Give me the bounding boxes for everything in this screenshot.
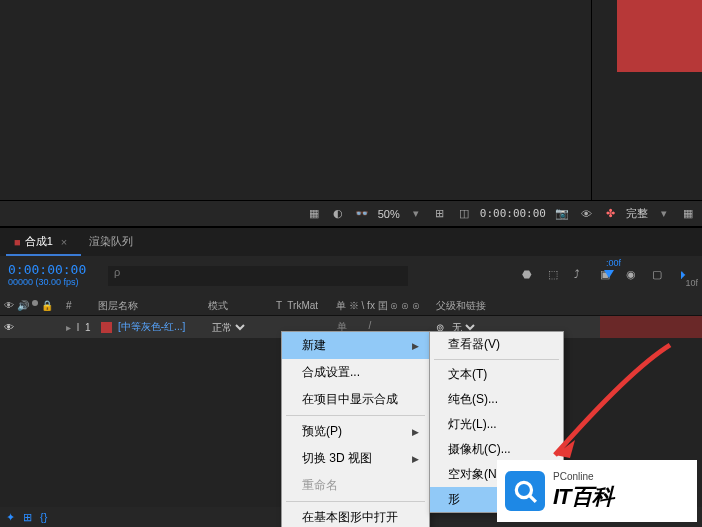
- color-management-icon[interactable]: ✤: [602, 206, 618, 222]
- svg-point-1: [516, 482, 531, 497]
- switches-header[interactable]: 单 ※ \ fx 囯 ⊙ ⊙ ⊙: [332, 299, 432, 313]
- layer-search[interactable]: ρ: [108, 266, 408, 286]
- submenu-light[interactable]: 灯光(L)...: [430, 412, 563, 437]
- viewer-left-pane[interactable]: [0, 0, 592, 200]
- menu-comp-settings[interactable]: 合成设置...: [282, 359, 429, 386]
- playhead-indicator[interactable]: [604, 270, 614, 278]
- parent-header[interactable]: 父级和链接: [432, 299, 522, 313]
- comp-marker-icon[interactable]: ⬣: [522, 268, 538, 284]
- footer-switches-icon[interactable]: ⊞: [23, 511, 32, 524]
- solo-header-icon: [32, 300, 38, 306]
- viewer-timecode[interactable]: 0:00:00:00: [480, 207, 546, 220]
- speaker-header-icon: 🔊: [17, 300, 29, 311]
- snapshot-icon[interactable]: 📷: [554, 206, 570, 222]
- timeline-tabs: ■ 合成1 × 渲染队列: [0, 230, 702, 256]
- menu-switch-3d[interactable]: 切换 3D 视图 ▶: [282, 445, 429, 472]
- footer-brace-icon[interactable]: {}: [40, 511, 47, 523]
- layer-name-header[interactable]: 图层名称: [94, 299, 204, 313]
- submenu-solid[interactable]: 纯色(S)...: [430, 387, 563, 412]
- eye-header-icon: 👁: [4, 300, 14, 311]
- watermark-subtitle: PConline: [553, 471, 613, 482]
- show-snapshot-icon[interactable]: 👁: [578, 206, 594, 222]
- menu-new-label: 新建: [302, 337, 326, 354]
- layer-index: 1: [85, 322, 91, 333]
- timeline-header: 0:00:00:00 00000 (30.00 fps) ρ ⬣ ⬚ ⤴ ▣ ◉…: [0, 256, 702, 296]
- channel-icon[interactable]: ◫: [456, 206, 472, 222]
- viewer-toolbar: ▦ ◐ 👓 50% ▾ ⊞ ◫ 0:00:00:00 📷 👁 ✤ 完整 ▾ ▦: [0, 200, 702, 228]
- tab-label: 合成1: [25, 234, 53, 249]
- lock-header-icon: 🔒: [41, 300, 53, 311]
- viewer-overflow-icon[interactable]: ▦: [680, 206, 696, 222]
- zoom-level[interactable]: 50%: [378, 208, 400, 220]
- dropdown-icon[interactable]: ▾: [408, 206, 424, 222]
- watermark-badge: PConline IT百科: [497, 460, 697, 522]
- timecode-block[interactable]: 0:00:00:00 00000 (30.00 fps): [8, 263, 98, 289]
- submenu-camera[interactable]: 摄像机(C)...: [430, 437, 563, 462]
- menu-separator: [286, 501, 425, 502]
- resolution-dropdown-icon[interactable]: ▾: [656, 206, 672, 222]
- viewer-right-pane[interactable]: [592, 0, 702, 200]
- close-tab-icon[interactable]: ×: [61, 236, 67, 248]
- draft-3d-icon[interactable]: ⬚: [548, 268, 564, 284]
- watermark-title: IT百科: [553, 482, 613, 512]
- layer-label-color[interactable]: [77, 323, 79, 331]
- layer-duration-bar[interactable]: [600, 316, 702, 338]
- submenu-text[interactable]: 文本(T): [430, 362, 563, 387]
- footer-toggle-icon[interactable]: ✦: [6, 511, 15, 524]
- submenu-arrow-icon: ▶: [412, 454, 419, 464]
- blend-mode-select[interactable]: 正常: [208, 318, 248, 336]
- shy-icon[interactable]: ⤴: [574, 268, 590, 284]
- submenu-arrow-icon: ▶: [412, 427, 419, 437]
- resolution-dropdown[interactable]: 完整: [626, 206, 648, 221]
- layer-name[interactable]: [中等灰色-红...]: [118, 320, 185, 334]
- composition-viewer: [0, 0, 702, 200]
- search-icon: ρ: [114, 266, 120, 278]
- layer-columns-header: 👁 🔊 🔒 # 图层名称 模式 T TrkMat 单 ※ \ fx 囯 ⊙ ⊙ …: [0, 296, 702, 316]
- current-timecode[interactable]: 0:00:00:00: [8, 263, 98, 276]
- ruler-start-label: :00f: [606, 258, 621, 268]
- submenu-viewer[interactable]: 查看器(V): [430, 332, 563, 357]
- menu-open-egp[interactable]: 在基本图形中打开: [282, 504, 429, 527]
- visibility-toggle[interactable]: 👁: [4, 322, 14, 333]
- viewer-grid-icon[interactable]: ▦: [306, 206, 322, 222]
- ruler-10f: 10f: [685, 278, 698, 288]
- layer-type-swatch: [101, 322, 112, 333]
- menu-separator: [286, 415, 425, 416]
- fps-display: 00000 (30.00 fps): [8, 276, 98, 289]
- menu-rename: 重命名: [282, 472, 429, 499]
- viewer-goggles-icon[interactable]: 👓: [354, 206, 370, 222]
- mode-header[interactable]: 模式: [204, 299, 272, 313]
- tab-label: 渲染队列: [89, 234, 133, 249]
- menu-separator: [434, 359, 559, 360]
- av-column-header[interactable]: 👁 🔊 🔒: [0, 300, 62, 311]
- layer-twirl-icon[interactable]: ▸: [66, 322, 71, 333]
- tab-marker: ■: [14, 236, 21, 248]
- time-ruler[interactable]: :00f 10f: [602, 256, 702, 296]
- context-menu: 新建 ▶ 合成设置... 在项目中显示合成 预览(P) ▶ 切换 3D 视图 ▶…: [281, 331, 430, 527]
- trkmat-header[interactable]: T TrkMat: [272, 300, 332, 311]
- viewer-mask-icon[interactable]: ◐: [330, 206, 346, 222]
- tab-render-queue[interactable]: 渲染队列: [81, 229, 147, 256]
- solid-preview-swatch: [617, 0, 702, 72]
- svg-line-2: [529, 495, 536, 502]
- resolution-icon[interactable]: ⊞: [432, 206, 448, 222]
- watermark-logo-icon: [505, 471, 545, 511]
- menu-preview[interactable]: 预览(P) ▶: [282, 418, 429, 445]
- submenu-arrow-icon: ▶: [412, 341, 419, 351]
- menu-show-in-project[interactable]: 在项目中显示合成: [282, 386, 429, 413]
- tab-composition-1[interactable]: ■ 合成1 ×: [6, 229, 81, 256]
- menu-new[interactable]: 新建 ▶: [282, 332, 429, 359]
- index-column-header[interactable]: #: [62, 300, 94, 311]
